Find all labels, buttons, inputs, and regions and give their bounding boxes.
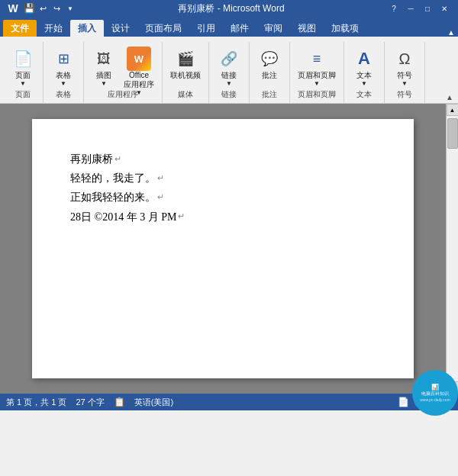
scrollbar-up-button[interactable]: ▲: [447, 104, 459, 116]
group-media-items: 🎬 联机视频: [167, 42, 204, 82]
symbol-label: 符号: [397, 71, 412, 80]
status-lang: 英语(美国): [134, 397, 173, 408]
tab-addins[interactable]: 加载项: [324, 20, 366, 37]
redo-qa-icon[interactable]: ↪: [50, 2, 63, 14]
group-text: A 文本 ▼ 文本: [344, 42, 385, 103]
group-header-footer-label: 页眉和页脚: [290, 89, 344, 100]
para-mark-3: ↵: [157, 190, 164, 205]
status-left: 第 1 页，共 1 页 27 个字 📋 英语(美国): [6, 397, 173, 408]
document-page[interactable]: 再别康桥 ↵ 轻轻的，我走了。 ↵ 正如我轻轻的来。 ↵ 28日 ©2014 年…: [32, 119, 414, 378]
group-table: ⊞ 表格 ▼ 表格: [44, 42, 84, 103]
page-icon: 📄: [11, 47, 35, 71]
link-arrow: ▼: [226, 80, 232, 88]
doc-text-1: 再别康桥: [70, 150, 113, 169]
group-symbols: Ω 符号 ▼ 符号: [385, 42, 425, 103]
word-app-icon: W: [6, 2, 20, 14]
scrollbar-track[interactable]: [447, 116, 458, 381]
group-symbols-items: Ω 符号 ▼: [389, 42, 420, 89]
doc-text-3: 正如我轻轻的来。: [70, 188, 156, 207]
undo-qa-icon[interactable]: ↩: [37, 2, 49, 14]
comment-icon: 💬: [257, 47, 282, 71]
office-apps-label: Office: [129, 71, 149, 80]
watermark-site: www.pc-daily.com: [420, 397, 450, 403]
picture-icon: 🖼: [92, 47, 116, 71]
status-bar: 第 1 页，共 1 页 27 个字 📋 英语(美国) 📄 🌐 📖 📊 电脑百科知…: [0, 394, 458, 410]
group-links-items: 🔗 链接 ▼: [214, 42, 244, 89]
vertical-scrollbar[interactable]: ▲ ▼: [446, 104, 458, 394]
group-table-label: 表格: [44, 89, 83, 100]
symbol-icon: Ω: [392, 47, 417, 71]
ribbon-tab-bar: 文件 开始 插入 设计 页面布局 引用 邮件 审阅 视图 加载项 ▲: [0, 17, 458, 37]
watermark-text: 电脑百科知识: [420, 391, 450, 397]
group-links-label: 链接: [209, 89, 249, 100]
insert-text-button[interactable]: A 文本 ▼: [349, 45, 379, 89]
minimize-button[interactable]: ─: [403, 2, 418, 14]
save-qa-icon[interactable]: 💾: [23, 2, 35, 14]
insert-video-button[interactable]: 🎬 联机视频: [167, 45, 204, 82]
insert-symbol-button[interactable]: Ω 符号 ▼: [389, 45, 420, 89]
title-bar: W 💾 ↩ ↪ ▼ 再别康桥 - Microsoft Word ? ─ □ ✕: [0, 0, 458, 17]
group-illustrations-label: 应用程序: [84, 89, 162, 100]
para-mark-1: ↵: [114, 152, 121, 167]
doc-line-1: 再别康桥 ↵: [70, 150, 376, 169]
header-footer-label: 页眉和页脚: [298, 71, 336, 80]
window-controls[interactable]: ? ─ □ ✕: [386, 2, 452, 14]
group-links: 🔗 链接 ▼ 链接: [209, 42, 250, 103]
doc-line-4: 28日 ©2014 年 3 月 PM ↵: [70, 207, 376, 227]
insert-link-button[interactable]: 🔗 链接 ▼: [214, 45, 244, 89]
tab-view[interactable]: 视图: [290, 20, 324, 37]
insert-header-footer-button[interactable]: ≡ 页眉和页脚 ▼: [295, 45, 339, 89]
group-comments-items: 💬 批注: [254, 42, 285, 82]
tab-design[interactable]: 设计: [104, 20, 137, 37]
table-icon: ⊞: [51, 47, 76, 71]
status-page: 第 1 页，共 1 页: [6, 397, 66, 408]
window-title: 再别康桥 - Microsoft Word: [76, 2, 386, 15]
group-comments-label: 批注: [250, 89, 289, 100]
insert-page-button[interactable]: 📄 页面 ▼: [8, 45, 38, 89]
group-header-footer-items: ≡ 页眉和页脚 ▼: [295, 42, 339, 89]
view-print-icon[interactable]: 📄: [398, 397, 409, 407]
text-label: 文本: [356, 71, 372, 80]
status-proofcheck-icon: 📋: [114, 397, 125, 407]
page-arrow: ▼: [20, 80, 26, 88]
document-scroll-area[interactable]: 再别康桥 ↵ 轻轻的，我走了。 ↵ 正如我轻轻的来。 ↵ 28日 ©2014 年…: [0, 104, 446, 394]
table-arrow: ▼: [60, 80, 66, 88]
group-media: 🎬 联机视频 媒体: [163, 42, 209, 103]
group-text-label: 文本: [344, 89, 384, 100]
symbol-arrow: ▼: [402, 80, 408, 88]
tab-review[interactable]: 审阅: [256, 20, 290, 37]
group-media-label: 媒体: [163, 89, 208, 100]
title-bar-left: W 💾 ↩ ↪ ▼: [6, 2, 76, 14]
maximize-button[interactable]: □: [420, 2, 435, 14]
status-right: 📄 🌐 📖 📊 电脑百科知识 www.pc-daily.com: [398, 397, 452, 407]
header-footer-arrow: ▼: [314, 80, 320, 88]
group-page-items: 📄 页面 ▼: [8, 42, 38, 89]
video-icon: 🎬: [173, 47, 198, 71]
para-mark-4: ↵: [178, 209, 185, 224]
page-label: 页面: [15, 71, 31, 80]
document-wrapper: 再别康桥 ↵ 轻轻的，我走了。 ↵ 正如我轻轻的来。 ↵ 28日 ©2014 年…: [0, 104, 458, 394]
tab-file[interactable]: 文件: [3, 20, 37, 37]
doc-text-4: 28日 ©2014 年 3 月 PM: [70, 207, 176, 227]
ribbon-collapse[interactable]: ▲: [447, 28, 458, 37]
video-label: 联机视频: [170, 71, 201, 80]
header-footer-icon: ≡: [305, 47, 329, 71]
document-content[interactable]: 再别康桥 ↵ 轻轻的，我走了。 ↵ 正如我轻轻的来。 ↵ 28日 ©2014 年…: [70, 150, 376, 227]
ribbon-collapse-arrow[interactable]: ▲: [444, 92, 455, 103]
customize-qa-icon[interactable]: ▼: [64, 2, 76, 14]
insert-comment-button[interactable]: 💬 批注: [254, 45, 285, 82]
tab-home[interactable]: 开始: [37, 20, 70, 37]
tab-references[interactable]: 引用: [189, 20, 223, 37]
doc-line-2: 轻轻的，我走了。 ↵: [70, 169, 376, 188]
tab-insert[interactable]: 插入: [70, 20, 104, 37]
close-button[interactable]: ✕: [437, 2, 452, 14]
quick-access-toolbar[interactable]: 💾 ↩ ↪ ▼: [23, 2, 76, 14]
link-icon: 🔗: [217, 47, 241, 71]
insert-table-button[interactable]: ⊞ 表格 ▼: [48, 45, 79, 89]
help-button[interactable]: ?: [386, 2, 402, 14]
text-icon: A: [352, 47, 376, 71]
scrollbar-thumb[interactable]: [447, 118, 458, 149]
tab-mailings[interactable]: 邮件: [223, 20, 256, 37]
comment-label: 批注: [262, 71, 277, 80]
tab-layout[interactable]: 页面布局: [137, 20, 189, 37]
